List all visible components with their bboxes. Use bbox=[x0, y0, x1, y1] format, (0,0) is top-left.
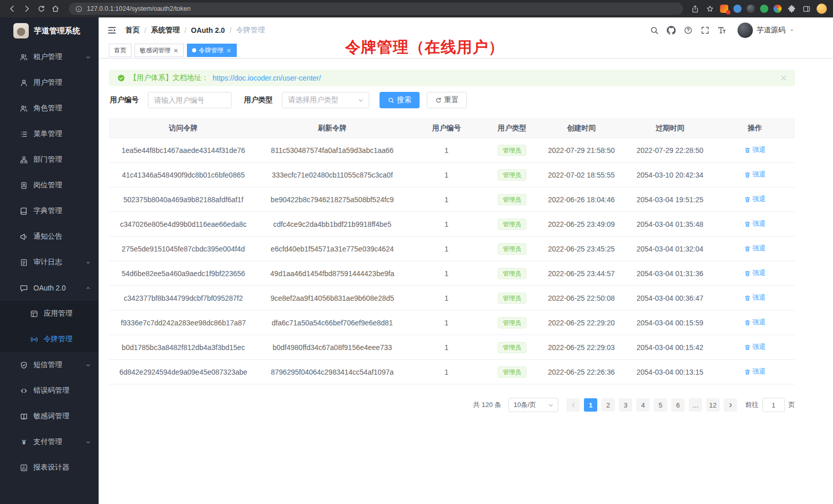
user-type-select[interactable]: 请选择用户类型 bbox=[282, 92, 369, 108]
extension-icon-1[interactable] bbox=[720, 5, 728, 13]
force-logout-button[interactable]: 强退 bbox=[744, 219, 766, 228]
pagination-next-button[interactable] bbox=[724, 398, 737, 412]
share-icon[interactable] bbox=[690, 4, 700, 14]
font-size-icon[interactable] bbox=[717, 26, 727, 35]
pagination-more-button[interactable]: … bbox=[689, 398, 702, 412]
sidebar-item-dict[interactable]: 字典管理 bbox=[0, 198, 99, 224]
access-token-cell: 275e5de9151045fe87cbdc395e004f4d bbox=[109, 237, 258, 261]
pagination-page-5[interactable]: 5 bbox=[654, 398, 667, 412]
sidebar-item-oauth[interactable]: OAuth 2.0 bbox=[0, 275, 99, 301]
user-id-cell: 1 bbox=[407, 335, 486, 360]
sidebar-item-menu[interactable]: 菜单管理 bbox=[0, 121, 99, 147]
breadcrumb-item[interactable]: 系统管理 bbox=[151, 26, 180, 35]
trash-icon bbox=[744, 245, 751, 252]
breadcrumb-item[interactable]: 首页 bbox=[125, 26, 140, 35]
browser-forward-icon[interactable] bbox=[21, 3, 33, 15]
force-logout-button[interactable]: 强退 bbox=[744, 244, 766, 253]
tab-close-icon[interactable] bbox=[173, 48, 179, 53]
notice-icon bbox=[20, 232, 28, 241]
force-logout-button[interactable]: 强退 bbox=[744, 293, 766, 302]
user-type-cell: 管理员 bbox=[486, 187, 538, 212]
extension-icon-4[interactable] bbox=[760, 5, 768, 13]
column-header: 访问令牌 bbox=[109, 119, 258, 138]
access-token-cell: 6d842e2924594de9a09e45e087323abe bbox=[109, 360, 258, 384]
user-id-cell: 1 bbox=[407, 360, 486, 384]
extension-icon-5[interactable] bbox=[773, 5, 782, 13]
force-logout-button[interactable]: 强退 bbox=[744, 170, 766, 179]
sidebar-item-label: 支付管理 bbox=[33, 437, 62, 447]
sidebar-item-token[interactable]: 令牌管理 bbox=[0, 326, 99, 352]
pagination-page-2[interactable]: 2 bbox=[601, 398, 615, 412]
goto-page-input[interactable] bbox=[762, 398, 785, 412]
tab-close-icon[interactable] bbox=[226, 48, 232, 53]
sidebar-item-dept[interactable]: 部门管理 bbox=[0, 147, 99, 172]
sidebar-collapse-icon[interactable] bbox=[107, 25, 117, 35]
bookmark-star-icon[interactable] bbox=[705, 4, 715, 14]
pagination-page-3[interactable]: 3 bbox=[619, 398, 632, 412]
side-panel-icon[interactable] bbox=[802, 4, 811, 14]
extension-icon-3[interactable] bbox=[747, 5, 755, 13]
sidebar-item-pay[interactable]: ¥支付管理 bbox=[0, 429, 99, 455]
sidebar-item-notice[interactable]: 通知公告 bbox=[0, 224, 99, 249]
browser-reload-icon[interactable] bbox=[35, 3, 47, 15]
sidebar-item-errcode[interactable]: 错误码管理 bbox=[0, 378, 99, 403]
page-size-select[interactable]: 10条/页 bbox=[508, 398, 558, 412]
breadcrumb-item[interactable]: OAuth 2.0 bbox=[191, 26, 225, 34]
extensions-puzzle-icon[interactable] bbox=[787, 4, 797, 14]
pagination-prev-button[interactable] bbox=[566, 398, 580, 412]
sidebar-item-sensitive[interactable]: 敏感词管理 bbox=[0, 403, 99, 429]
user-menu[interactable]: 芋道源码 bbox=[737, 23, 795, 38]
fullscreen-icon[interactable] bbox=[701, 26, 710, 35]
browser-address-bar[interactable]: 127.0.0.1:1024/system/oauth2/token bbox=[69, 3, 683, 15]
log-icon bbox=[20, 258, 28, 267]
browser-profile-avatar[interactable] bbox=[817, 4, 827, 14]
pagination-page-12[interactable]: 12 bbox=[706, 398, 720, 412]
alert-close-icon[interactable] bbox=[781, 75, 787, 81]
table-row: 1ea5e44f8bc1467aaede43144f31de76811c5304… bbox=[109, 138, 795, 163]
search-button[interactable]: 搜索 bbox=[380, 92, 420, 108]
sidebar-item-role[interactable]: 角色管理 bbox=[0, 95, 99, 121]
github-icon[interactable] bbox=[667, 26, 676, 35]
success-check-icon bbox=[117, 74, 125, 82]
force-logout-button[interactable]: 强退 bbox=[744, 268, 766, 278]
trash-icon bbox=[744, 295, 751, 301]
doc-link[interactable]: https://doc.iocoder.cn/user-center/ bbox=[213, 74, 321, 82]
pagination-page-4[interactable]: 4 bbox=[636, 398, 650, 412]
pagination: 共 120 条 10条/页 123456…12 bbox=[109, 398, 795, 412]
tab-home[interactable]: 首页 bbox=[109, 44, 131, 57]
sidebar-item-app[interactable]: 应用管理 bbox=[0, 301, 99, 326]
svg-text:¥: ¥ bbox=[22, 438, 26, 445]
sidebar-item-user[interactable]: 用户管理 bbox=[0, 70, 99, 95]
header-actions: 芋道源码 bbox=[650, 23, 795, 38]
tab-sensitive-words[interactable]: 敏感词管理 bbox=[135, 44, 184, 57]
expire-time-cell: 2054-03-04 00:15:59 bbox=[625, 311, 715, 335]
app-title: 芋道管理系统 bbox=[34, 26, 80, 36]
sidebar-item-report[interactable]: 报表设计器 bbox=[0, 455, 99, 480]
force-logout-button[interactable]: 强退 bbox=[744, 145, 766, 154]
table-row: 41c41346a548490f9dc8b01c6bfe0865333ecfc7… bbox=[109, 163, 795, 187]
sidebar-item-log[interactable]: 审计日志 bbox=[0, 249, 99, 275]
extension-icon-2[interactable] bbox=[733, 5, 742, 13]
pagination-page-6[interactable]: 6 bbox=[671, 398, 685, 412]
reset-button[interactable]: 重置 bbox=[427, 92, 467, 108]
force-logout-button[interactable]: 强退 bbox=[744, 342, 766, 352]
force-logout-button[interactable]: 强退 bbox=[744, 318, 766, 327]
sidebar-item-tenant[interactable]: 租户管理 bbox=[0, 44, 99, 70]
user-id-input[interactable] bbox=[148, 92, 232, 108]
sidebar-item-sms[interactable]: 短信管理 bbox=[0, 352, 99, 378]
expire-time-cell: 2054-03-04 00:13:15 bbox=[625, 360, 715, 384]
browser-home-icon[interactable] bbox=[49, 3, 62, 15]
chevron-down-icon bbox=[85, 439, 91, 445]
tab-token-management[interactable]: 令牌管理 bbox=[187, 44, 237, 57]
sidebar-item-post[interactable]: 岗位管理 bbox=[0, 172, 99, 198]
search-icon[interactable] bbox=[650, 26, 659, 35]
force-logout-button[interactable]: 强退 bbox=[744, 195, 766, 204]
user-type-badge: 管理员 bbox=[498, 293, 526, 304]
force-logout-button[interactable]: 强退 bbox=[744, 367, 766, 376]
user-id-cell: 1 bbox=[407, 212, 486, 237]
pagination-page-1[interactable]: 1 bbox=[584, 398, 597, 412]
browser-back-icon[interactable] bbox=[6, 3, 18, 15]
user-type-cell: 管理员 bbox=[486, 311, 538, 335]
help-icon[interactable] bbox=[684, 26, 693, 35]
site-info-icon[interactable] bbox=[75, 5, 83, 13]
